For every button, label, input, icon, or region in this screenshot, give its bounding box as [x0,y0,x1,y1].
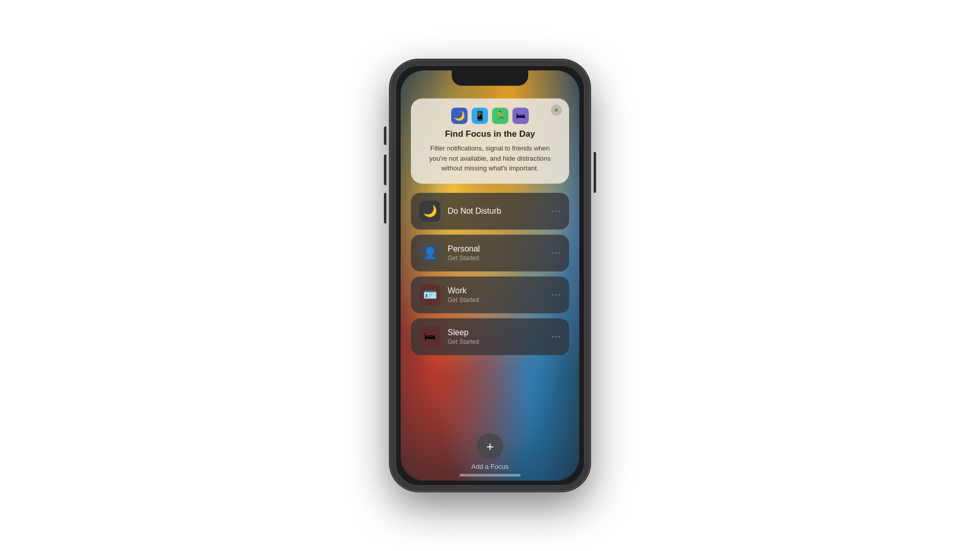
phone-screen: × 🌙 📱 🏃 🛏 Find Focus in the Day Filter n… [401,70,579,481]
work-icon: 🪪 [419,284,440,306]
phone-mockup: × 🌙 📱 🏃 🛏 Find Focus in the Day Filter n… [390,60,590,491]
do-not-disturb-name: Do Not Disturb [448,207,545,216]
sleep-icon: 🛏 [419,326,440,347]
notch [452,70,528,86]
phone-frame: × 🌙 📱 🏃 🛏 Find Focus in the Day Filter n… [390,60,590,491]
sleep-name: Sleep [448,328,545,337]
volume-down-button[interactable] [384,193,386,223]
volume-up-button[interactable] [384,155,386,185]
power-button[interactable] [594,152,596,193]
add-focus-label: Add a Focus [472,463,509,470]
focus-item-work[interactable]: 🪪 Work Get Started ··· [411,277,569,313]
focus-item-do-not-disturb[interactable]: 🌙 Do Not Disturb ··· [411,193,569,230]
add-focus-section: + Add a Focus [472,433,509,470]
work-more[interactable]: ··· [552,289,561,300]
sleep-subtitle: Get Started [448,338,545,345]
personal-icon: 👤 [419,242,440,264]
add-focus-button[interactable]: + [477,433,503,460]
personal-name: Personal [448,244,545,254]
home-indicator[interactable] [459,474,521,477]
personal-text: Personal Get Started [448,244,545,262]
card-description: Filter notifications, signal to friends … [421,143,559,173]
work-subtitle: Get Started [448,296,545,304]
sleep-text: Sleep Get Started [448,328,545,345]
focus-list: 🌙 Do Not Disturb ··· 👤 Personal Get Star… [411,193,569,431]
do-not-disturb-text: Do Not Disturb [448,207,545,216]
do-not-disturb-more[interactable]: ··· [552,206,561,216]
personal-more[interactable]: ··· [552,247,561,258]
do-not-disturb-icon: 🌙 [419,201,440,222]
close-button[interactable]: × [551,105,562,116]
person-icon: 📱 [472,108,488,124]
card-title: Find Focus in the Day [421,129,559,139]
work-name: Work [448,286,545,295]
sleep-more[interactable]: ··· [552,331,561,342]
info-card: × 🌙 📱 🏃 🛏 Find Focus in the Day Filter n… [411,98,569,184]
focus-item-personal[interactable]: 👤 Personal Get Started ··· [411,235,569,271]
sleep-icon: 🛏 [512,108,529,124]
mute-button[interactable] [384,127,386,145]
screen-content: × 🌙 📱 🏃 🛏 Find Focus in the Day Filter n… [401,70,579,481]
focus-item-sleep[interactable]: 🛏 Sleep Get Started ··· [411,318,569,355]
fitness-icon: 🏃 [492,108,508,124]
focus-icons-row: 🌙 📱 🏃 🛏 [421,108,559,124]
plus-icon: + [486,439,494,455]
personal-subtitle: Get Started [448,255,545,262]
moon-icon: 🌙 [451,108,468,124]
work-text: Work Get Started [448,286,545,304]
